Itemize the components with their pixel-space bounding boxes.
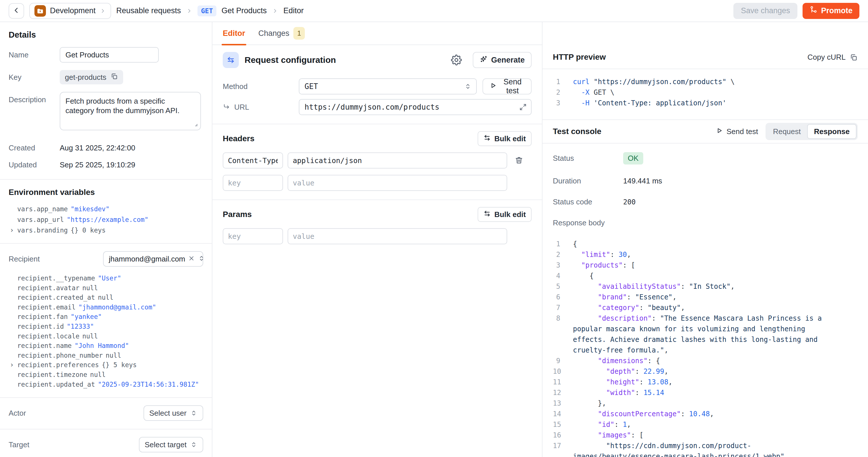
copy-curl-button[interactable]: Copy cURL xyxy=(807,53,858,62)
method-select[interactable]: GET xyxy=(299,79,477,94)
line-number: 10 xyxy=(553,366,573,377)
code-line: 3 -H 'Content-Type: application/json' xyxy=(553,98,858,109)
preview-panel: HTTP preview Copy cURL 1curl "https://du… xyxy=(542,22,868,457)
divider xyxy=(0,243,212,244)
code-line: 1{ xyxy=(553,239,858,249)
code-line: 3 "products": [ xyxy=(553,260,858,271)
copy-icon xyxy=(849,53,858,61)
code-line: 13 }, xyxy=(553,398,858,409)
code-line: 5 "availabilityStatus": "In Stock", xyxy=(553,281,858,292)
code-text: "dimensions": { xyxy=(573,356,833,366)
environment-variables-list: vars.app_name"mikesdev"vars.app_url"http… xyxy=(17,204,203,236)
code-text: "discountPercentage": 10.48, xyxy=(573,409,833,419)
target-placeholder: Select target xyxy=(145,440,187,449)
toggle-response[interactable]: Response xyxy=(807,124,857,139)
tab-editor[interactable]: Editor xyxy=(223,22,245,45)
description-textarea[interactable]: Fetch products from a specific category … xyxy=(60,92,201,130)
recipient-variable-row: recipient.avatarnull xyxy=(17,283,203,293)
variable-value: "mikesdev" xyxy=(71,204,110,214)
promote-icon xyxy=(809,6,817,16)
code-line: 12 "width": 15.14 xyxy=(553,388,858,398)
request-configuration-title: Request configuration xyxy=(245,55,445,65)
line-number: 4 xyxy=(553,271,573,281)
line-number: 2 xyxy=(553,249,573,260)
chevrons-up-down-icon xyxy=(464,83,472,90)
code-text: "https://cdn.dummyjson.com/product-image… xyxy=(573,440,833,457)
swap-arrows-icon xyxy=(223,52,239,68)
recipient-variable-row: recipient.updated_at"2025-09-23T14:56:31… xyxy=(17,380,203,390)
variable-value: null xyxy=(82,332,98,341)
send-test-button[interactable]: Send test xyxy=(483,79,532,94)
expand-chevron-icon[interactable]: › xyxy=(10,225,14,236)
header-value-input[interactable] xyxy=(288,175,507,191)
back-button[interactable] xyxy=(9,3,24,19)
code-line: 2 -X GET \ xyxy=(553,87,858,98)
console-send-test-button[interactable]: Send test xyxy=(716,127,758,136)
env-variable-row: vars.app_name"mikesdev" xyxy=(17,204,203,214)
copy-curl-label: Copy cURL xyxy=(807,53,846,62)
chevron-left-icon xyxy=(12,6,21,16)
description-row: Description Fetch products from a specif… xyxy=(9,92,203,131)
delete-header-button[interactable] xyxy=(515,156,523,165)
env-variable-row: vars.app_url"https://example.com" xyxy=(17,214,203,225)
updated-value: Sep 25 2025, 19:10:29 xyxy=(60,160,203,170)
name-input[interactable] xyxy=(60,47,159,63)
params-header: Params Bulk edit xyxy=(223,207,532,222)
divider xyxy=(0,179,212,180)
settings-gear-icon[interactable] xyxy=(451,55,462,65)
header-value-input[interactable] xyxy=(288,152,507,169)
save-changes-button[interactable]: Save changes xyxy=(733,3,797,19)
toggle-request[interactable]: Request xyxy=(767,124,807,139)
header-key-input[interactable] xyxy=(223,152,283,169)
method-row: Method GET Send test xyxy=(223,79,532,94)
variable-value: "John Hammond" xyxy=(74,341,129,351)
variable-value: null xyxy=(98,293,113,303)
editor-panel: Editor Changes 1 Request configuration G… xyxy=(212,22,542,457)
code-line: 8 "description": "The Essence Mascara La… xyxy=(553,313,858,356)
line-number: 1 xyxy=(553,77,573,87)
close-icon[interactable] xyxy=(188,255,195,263)
breadcrumb-request[interactable]: Get Products xyxy=(222,6,267,15)
expand-chevron-icon[interactable]: › xyxy=(10,360,14,370)
variable-value: null xyxy=(82,283,98,293)
params-bulk-edit-button[interactable]: Bulk edit xyxy=(477,207,532,222)
method-value: GET xyxy=(305,82,318,91)
header-key-input[interactable] xyxy=(223,175,283,191)
code-line: 7 "category": "beauty", xyxy=(553,303,858,313)
param-row-empty xyxy=(223,228,532,244)
code-text: "availabilityStatus": "In Stock", xyxy=(573,281,833,292)
target-select[interactable]: Select target xyxy=(139,437,203,452)
description-label: Description xyxy=(9,95,60,104)
breadcrumb-section[interactable]: Reusable requests xyxy=(116,6,181,15)
updated-row: Updated Sep 25 2025, 19:10:29 xyxy=(9,160,203,170)
created-value: Aug 31 2025, 22:42:00 xyxy=(60,144,203,152)
promote-label: Promote xyxy=(821,6,852,15)
url-input[interactable] xyxy=(299,99,532,115)
headers-bulk-edit-button[interactable]: Bulk edit xyxy=(477,131,532,146)
expand-icon[interactable] xyxy=(519,103,527,112)
param-key-input[interactable] xyxy=(223,228,283,244)
code-text: { xyxy=(573,239,833,249)
copy-icon[interactable] xyxy=(111,72,118,82)
code-line: 16 "images": [ xyxy=(553,430,858,440)
variable-key: recipient.id xyxy=(17,322,64,332)
code-text: "category": "beauty", xyxy=(573,303,833,313)
resize-handle-icon[interactable] xyxy=(192,121,198,129)
line-number: 7 xyxy=(553,303,573,313)
recipient-selected-value: jhammond@gmail.com xyxy=(109,255,185,264)
response-meta: Status OK Duration 149.441 ms Status cod… xyxy=(542,144,868,457)
breadcrumb-project: Development xyxy=(50,6,96,15)
recipient-select[interactable]: jhammond@gmail.com xyxy=(103,251,203,267)
generate-button[interactable]: Generate xyxy=(473,52,532,68)
chevrons-up-down-icon xyxy=(190,441,197,448)
actor-select[interactable]: Select user xyxy=(144,405,203,421)
key-label: Key xyxy=(9,73,60,82)
param-value-input[interactable] xyxy=(288,228,507,244)
target-label: Target xyxy=(9,440,29,449)
headers-header: Headers Bulk edit xyxy=(223,131,532,146)
tab-changes[interactable]: Changes 1 xyxy=(258,22,305,45)
breadcrumb-project-chip[interactable]: Development xyxy=(29,3,111,19)
key-row: Key get-products xyxy=(9,70,203,84)
variable-value: {} 0 keys xyxy=(71,225,105,236)
promote-button[interactable]: Promote xyxy=(803,3,859,19)
